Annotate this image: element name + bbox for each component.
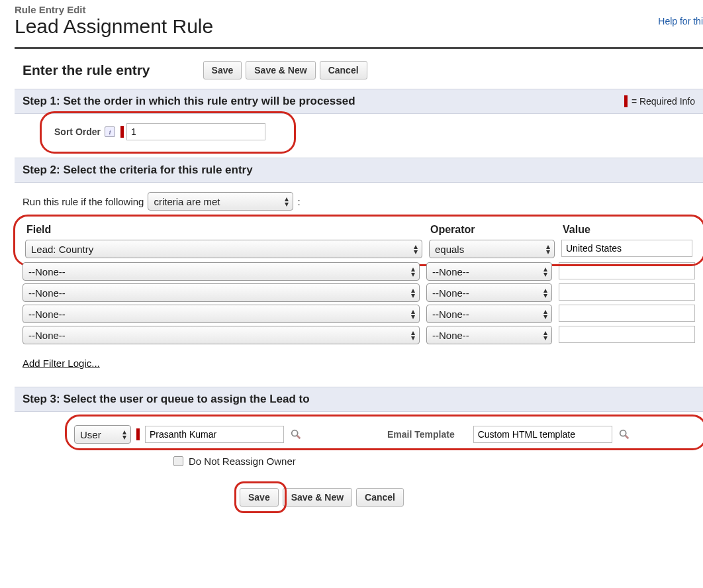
column-value: Value xyxy=(563,224,692,236)
svg-line-3 xyxy=(625,436,628,439)
field-select-5-value: --None-- xyxy=(28,330,66,341)
save-and-new-button[interactable]: Save & New xyxy=(283,488,352,507)
chevron-updown-icon: ▴▾ xyxy=(411,309,415,319)
chevron-updown-icon: ▴▾ xyxy=(543,266,547,277)
chevron-updown-icon: ▴▾ xyxy=(285,196,289,207)
save-button[interactable]: Save xyxy=(203,61,242,79)
chevron-updown-icon: ▴▾ xyxy=(411,266,415,277)
value-input-1[interactable] xyxy=(561,240,692,257)
email-template-label: Email Template xyxy=(387,429,455,440)
add-filter-logic-link[interactable]: Add Filter Logic... xyxy=(23,358,100,369)
do-not-reassign-checkbox[interactable] xyxy=(173,456,183,466)
required-indicator xyxy=(120,126,124,138)
svg-line-1 xyxy=(297,436,301,439)
field-select-3-value: --None-- xyxy=(28,287,66,299)
field-select-5[interactable]: --None--▴▾ xyxy=(23,326,420,344)
operator-select-5[interactable]: --None--▴▾ xyxy=(426,326,552,344)
required-legend: = Required Info xyxy=(624,95,695,107)
info-icon[interactable]: i xyxy=(105,126,115,137)
column-field: Field xyxy=(26,224,424,236)
field-select-3[interactable]: --None--▴▾ xyxy=(23,283,420,302)
operator-select-1-value: equals xyxy=(435,244,464,255)
value-input-5[interactable] xyxy=(559,326,695,343)
field-select-1[interactable]: Lead: Country▴▾ xyxy=(25,240,422,258)
chevron-updown-icon: ▴▾ xyxy=(411,330,415,340)
chevron-updown-icon: ▴▾ xyxy=(543,330,547,340)
operator-select-2[interactable]: --None--▴▾ xyxy=(426,262,552,281)
run-rule-label: Run this rule if the following xyxy=(23,196,144,207)
field-select-1-value: Lead: Country xyxy=(31,244,93,255)
lookup-icon[interactable] xyxy=(289,428,303,441)
criteria-mode-value: criteria are met xyxy=(154,196,220,207)
save-and-new-button[interactable]: Save & New xyxy=(246,61,315,79)
lookup-icon[interactable] xyxy=(618,428,631,441)
save-button[interactable]: Save xyxy=(240,488,279,507)
colon: : xyxy=(297,196,300,207)
operator-select-5-value: --None-- xyxy=(432,330,469,341)
criteria-mode-select[interactable]: criteria are met ▴▾ xyxy=(148,192,293,211)
cancel-button[interactable]: Cancel xyxy=(320,61,367,79)
operator-select-1[interactable]: equals▴▾ xyxy=(429,240,555,258)
operator-select-3-value: --None-- xyxy=(432,287,469,299)
operator-select-3[interactable]: --None--▴▾ xyxy=(426,283,552,302)
help-link[interactable]: Help for thi xyxy=(658,16,703,26)
email-template-input[interactable] xyxy=(473,426,612,443)
chevron-updown-icon: ▴▾ xyxy=(414,244,418,254)
assignee-type-select[interactable]: User ▴▾ xyxy=(74,425,131,444)
section-header: Enter the rule entry xyxy=(23,62,150,78)
chevron-updown-icon: ▴▾ xyxy=(546,244,550,254)
field-select-4[interactable]: --None--▴▾ xyxy=(23,305,420,323)
cancel-button[interactable]: Cancel xyxy=(356,488,404,507)
field-select-2-value: --None-- xyxy=(28,266,66,277)
step2-title: Step 2: Select the criteria for this rul… xyxy=(23,164,253,177)
do-not-reassign-label: Do Not Reassign Owner xyxy=(189,456,296,467)
svg-point-2 xyxy=(620,430,626,436)
value-input-2[interactable] xyxy=(559,262,695,279)
assignee-input[interactable] xyxy=(145,426,284,443)
page-subtitle: Rule Entry Edit xyxy=(15,4,703,15)
page-title: Lead Assignment Rule xyxy=(15,15,703,38)
required-indicator xyxy=(136,428,140,440)
chevron-updown-icon: ▴▾ xyxy=(543,309,547,319)
operator-select-4[interactable]: --None--▴▾ xyxy=(426,305,552,323)
value-input-3[interactable] xyxy=(559,283,695,301)
value-input-4[interactable] xyxy=(559,305,695,322)
sort-order-input[interactable] xyxy=(126,123,265,140)
svg-point-0 xyxy=(292,430,298,436)
column-operator: Operator xyxy=(430,224,556,236)
step3-title: Step 3: Select the user or queue to assi… xyxy=(23,393,310,406)
chevron-updown-icon: ▴▾ xyxy=(543,287,547,298)
step1-title: Step 1: Set the order in which this rule… xyxy=(23,95,355,108)
required-legend-text: = Required Info xyxy=(632,96,695,107)
field-select-2[interactable]: --None--▴▾ xyxy=(23,262,420,281)
sort-order-label: Sort Order xyxy=(54,126,101,137)
operator-select-2-value: --None-- xyxy=(432,266,469,277)
required-bar-icon xyxy=(624,95,628,107)
chevron-updown-icon: ▴▾ xyxy=(122,429,126,440)
chevron-updown-icon: ▴▾ xyxy=(411,287,415,298)
assignee-type-value: User xyxy=(80,429,101,440)
field-select-4-value: --None-- xyxy=(28,309,66,320)
operator-select-4-value: --None-- xyxy=(432,309,469,320)
